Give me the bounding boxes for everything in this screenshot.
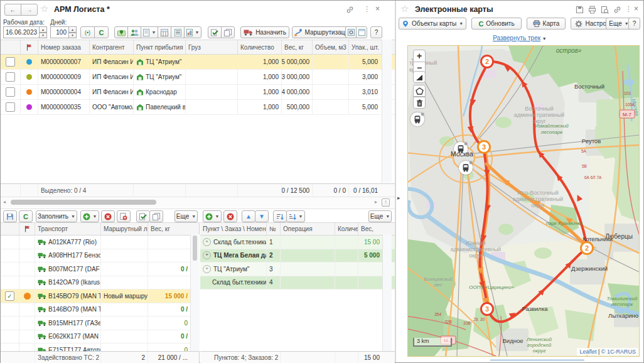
close-icon[interactable]: × [634, 4, 638, 13]
save-button[interactable] [3, 210, 17, 222]
nav-back-button[interactable]: ← [4, 4, 21, 16]
expand-icon[interactable]: + [203, 238, 211, 246]
collapsed-link[interactable] [490, 359, 584, 361]
col-weight[interactable]: Вес, кг [282, 40, 313, 54]
col-qty[interactable]: Количество [238, 40, 282, 54]
link-icon[interactable] [346, 6, 354, 14]
map-refresh-button[interactable]: C Обновить [471, 18, 522, 30]
route-more-button[interactable]: Еще▼ [368, 210, 392, 222]
route-point-row[interactable]: +Склад быт.техники в...115 00 [200, 236, 395, 249]
order-checkbox[interactable] [6, 57, 15, 67]
more-menu-icon[interactable]: ⋮ [363, 5, 370, 13]
nav-forward-button[interactable]: → [21, 4, 38, 16]
days-stepper[interactable]: ▲▼ [68, 26, 77, 38]
order-row[interactable]: М0000000035ООО "Автомолот"Павелецкий во.… [1, 100, 395, 115]
fill-button[interactable]: Заполнить▼ [36, 210, 77, 222]
print-icon[interactable] [588, 6, 596, 14]
map-help-button[interactable]: ? [628, 18, 640, 30]
cancel-sheets-button[interactable] [117, 210, 131, 222]
transport-row[interactable]: В915МН177 (ГАЗе...0 [1, 317, 199, 330]
link-icon[interactable] [613, 6, 621, 14]
transport-more-button[interactable]: Еще▼ [174, 210, 198, 222]
route-point-row[interactable]: +ТЦ Мега Белая дача25 000 [200, 249, 395, 263]
order-checkbox[interactable] [6, 87, 15, 97]
remove-point-button[interactable] [223, 210, 237, 222]
order-checkbox[interactable] [6, 102, 15, 112]
list-button[interactable] [171, 26, 185, 38]
map-print-button[interactable]: Карта [527, 18, 566, 30]
col-sheet[interactable]: Маршрутный лист [101, 223, 148, 235]
favorite-star-icon[interactable]: ☆ [40, 3, 48, 14]
transport-row[interactable]: А908НН177 Бензо... [1, 249, 199, 263]
col-cargo[interactable]: Груз [186, 40, 238, 54]
transport-checkbox[interactable]: ✓ [5, 291, 14, 301]
delete-objects-button[interactable] [413, 97, 426, 109]
favorite-star-icon[interactable]: ☆ [400, 3, 409, 14]
work-date-input[interactable]: 16.06.2023 [3, 26, 40, 38]
sort-desc-button[interactable]: ▼ [286, 210, 305, 222]
refresh-button[interactable]: C [94, 26, 109, 38]
order-row[interactable]: М0000000004ИП Феласин Ил...Краснодар1,00… [1, 85, 395, 100]
col-point[interactable]: Пункт \ Заказ \ Номенкл... [200, 223, 267, 235]
orders-hscrollbar[interactable]: ◂ ▸ ⤒ [1, 197, 395, 208]
order-row[interactable]: М0000000009ИП Феласин Ил...ТЦ "Атриум"1,… [1, 70, 395, 85]
add-point-button[interactable]: ▼ [203, 210, 222, 222]
scroll-thumb[interactable] [11, 200, 156, 205]
expand-icon[interactable]: + [203, 265, 211, 273]
route-vscrollbar[interactable] [382, 234, 392, 351]
expand-track-link[interactable]: Развернуть трек ▼ [396, 35, 643, 41]
route-point-row[interactable]: Склад быт.техники в...4 [200, 276, 395, 290]
copy-button[interactable] [221, 26, 235, 38]
transport-row[interactable]: В146ВО79 (MAN T...0 / [1, 303, 199, 317]
transport-vscrollbar[interactable] [190, 234, 200, 351]
expand-icon[interactable]: + [203, 251, 211, 259]
map-objects-button[interactable]: Объекты карты▼ [399, 18, 466, 30]
orders-vscrollbar[interactable] [382, 40, 392, 183]
delete-route-button[interactable] [101, 210, 115, 222]
move-down-button[interactable]: ▼ [255, 210, 269, 222]
col-op[interactable]: Операция [281, 223, 335, 235]
map-canvas[interactable]: 2 3 2 3 Москва Реутов Восточный Люберцы … [407, 45, 640, 357]
route-point-row[interactable]: +ТЦ "Атриум"3 [200, 263, 395, 276]
more-menu-icon[interactable]: ⋮ [625, 5, 632, 13]
col-number[interactable]: Номер заказа [38, 40, 90, 54]
polygon-button[interactable] [413, 85, 426, 97]
drivers-button[interactable] [127, 26, 141, 38]
col-pack[interactable]: Упак., шт. [349, 40, 380, 54]
move-up-button[interactable]: ▲ [242, 210, 255, 222]
col-rqty[interactable]: Количество [335, 223, 358, 235]
scroll-right-icon[interactable]: ▸ [375, 199, 377, 205]
col-dest[interactable]: Пункт прибытия [134, 40, 186, 54]
work-date-stepper[interactable]: ▲▼ [39, 26, 47, 38]
col-tweight[interactable]: Вес, кг [148, 223, 190, 235]
transport-row[interactable]: В007МС177 (DAF ...0 / [1, 263, 199, 276]
refresh-transport-button[interactable]: C [19, 210, 33, 222]
add-route-button[interactable]: ▼ [80, 210, 99, 222]
auto-refresh-button[interactable]: (•) [80, 26, 95, 38]
scroll-left-icon[interactable]: ◂ [3, 199, 6, 205]
order-row[interactable]: М0000000007ИП Феласин Ил...ТЦ "Атриум"1,… [1, 55, 395, 70]
order-checkbox[interactable] [6, 72, 15, 82]
zoom-in-button[interactable]: + [413, 50, 426, 62]
help-button[interactable]: ? [370, 26, 382, 38]
col-volume[interactable]: Объем, м3 [313, 40, 349, 54]
col-num[interactable]: № [267, 223, 281, 235]
transport-row[interactable]: Е062КК177 (MAN ...0 / [1, 330, 199, 344]
transport-row[interactable]: А012КА777 (Rio) [1, 236, 199, 249]
col-rweight[interactable]: Вес, [358, 223, 382, 235]
assign-button[interactable]: Назначить [240, 26, 289, 38]
col-partner[interactable]: Контрагент [90, 40, 134, 54]
copy-route-button[interactable] [149, 210, 163, 222]
check-orders-button[interactable] [208, 26, 222, 38]
window-view-button[interactable] [356, 26, 367, 38]
post-button[interactable] [136, 210, 150, 222]
close-icon[interactable]: × [375, 4, 380, 13]
report-menu-button[interactable]: ▼ [184, 26, 201, 38]
settings-view-button[interactable] [345, 26, 357, 38]
document-menu-button[interactable]: ▼ [141, 26, 158, 38]
scroll-top-button[interactable]: ⤒ [382, 198, 390, 207]
transport-row[interactable]: ✓В145ВО79 (MAN T...Новый маршрутн...15 0… [1, 290, 199, 303]
measure-button[interactable] [413, 71, 426, 83]
table-button[interactable] [158, 26, 171, 38]
sort-asc-button[interactable] [273, 210, 287, 222]
